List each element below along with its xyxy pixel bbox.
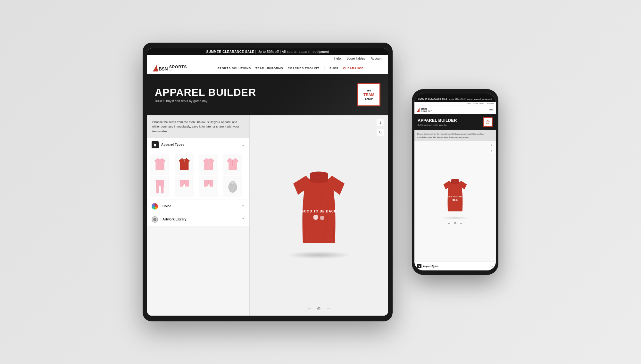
- hamburger-menu[interactable]: ☰: [489, 107, 493, 112]
- main-nav: BSN SPORTS ™ SPORTS SOLUTIONS TEAM UNIFO…: [147, 62, 388, 74]
- banner-sale-text: SUMMER CLEARANCE SALE: [206, 50, 254, 54]
- apparel-item-dress-shirt[interactable]: [199, 154, 218, 175]
- tablet-frame: SUMMER CLEARANCE SALE | Up to 50% off | …: [143, 43, 393, 321]
- phone-account[interactable]: Account: [487, 103, 494, 104]
- nav-coaches-toolkit[interactable]: COACHES TOOLKIT: [287, 67, 319, 70]
- phone-banner-text: SUMMER CLEARANCE SALE: [418, 98, 447, 100]
- apparel-types-accordion: Apparel Types ⌄: [147, 138, 249, 200]
- nav-help[interactable]: Help: [334, 57, 341, 60]
- phone-next-arrow[interactable]: →: [460, 221, 463, 225]
- phone-help[interactable]: Help: [467, 103, 470, 104]
- phone-viewer-controls-bottom: ← ⊕ →: [447, 221, 463, 225]
- phone-shirt-shadow: [441, 216, 470, 219]
- apparel-item-bag[interactable]: [223, 176, 242, 197]
- phone-rotate-btn[interactable]: ↻: [489, 149, 494, 153]
- phone-prev-arrow[interactable]: ←: [447, 221, 451, 225]
- phone-logo-text-block: BSN SPORTS™: [421, 107, 433, 112]
- svg-point-11: [313, 215, 318, 220]
- phone-viewer: ⇓ ↻ GOOD TO BE BACK: [414, 141, 496, 261]
- svg-rect-3: [156, 188, 159, 194]
- apparel-types-label: Apparel Types: [161, 143, 239, 146]
- phone-hero: APPAREL BUILDER Build it, buy it and rep…: [414, 114, 496, 130]
- hero-subtitle: Build it, buy it and rep it by game day.: [155, 99, 256, 103]
- phone-logo-sports: SPORTS™: [421, 110, 433, 112]
- svg-point-20: [453, 199, 455, 201]
- nav-team-uniforms[interactable]: TEAM UNIFORMS: [255, 67, 283, 70]
- phone-logo-triangle: [417, 108, 420, 112]
- phone-frame: SUMMER CLEARANCE SALE | Up to 50% off | …: [412, 89, 498, 275]
- apparel-types-chevron: ⌄: [242, 143, 245, 147]
- viewer-controls-bottom: ← ⊕ →: [307, 306, 330, 311]
- phone-banner-sub: | Up to 50% off | All sports, apparel, e…: [448, 98, 492, 100]
- my-team-shop-box[interactable]: MY TEAM SHOP: [357, 83, 380, 106]
- artwork-icon: [152, 216, 158, 223]
- nav-sports-solutions[interactable]: SPORTS SOLUTIONS: [217, 67, 251, 70]
- apparel-item-pants[interactable]: [150, 176, 170, 197]
- phone-main-nav: BSN SPORTS™ ☰: [414, 105, 496, 114]
- phone-hero-subtitle: Build it, buy it and rep it by game day.: [418, 124, 457, 126]
- right-panel: ⇓ ↻: [250, 115, 388, 316]
- hero-title: APPAREL BUILDER: [155, 87, 256, 97]
- phone-my-team-shop[interactable]: MY TEAM SHOP: [483, 117, 493, 127]
- logo-trademark: ™: [169, 69, 187, 71]
- phone-mts-shop: SHOP: [486, 123, 489, 124]
- color-accordion: Color ⌃: [147, 200, 249, 213]
- scene: SUMMER CLEARANCE SALE | Up to 50% off | …: [0, 0, 641, 364]
- artwork-chevron-up: ⌃: [242, 217, 245, 222]
- artwork-header[interactable]: Artwork Library ⌃: [147, 213, 249, 226]
- nav-score-tables[interactable]: Score Tables: [346, 57, 365, 60]
- logo-sports: SPORTS: [169, 65, 187, 69]
- phone-nav-utility: Help Score Tables Account: [414, 102, 496, 105]
- nav-shop[interactable]: SHOP: [329, 67, 339, 70]
- prev-arrow[interactable]: ←: [307, 306, 312, 311]
- phone-device: SUMMER CLEARANCE SALE | Up to 50% off | …: [412, 89, 498, 275]
- phone-hero-text: APPAREL BUILDER Build it, buy it and rep…: [418, 118, 457, 126]
- tablet-device: SUMMER CLEARANCE SALE | Up to 50% off | …: [143, 43, 393, 321]
- phone-apparel-label: Apparel Types: [423, 265, 489, 267]
- svg-point-12: [320, 216, 324, 220]
- artwork-label: Artwork Library: [162, 218, 239, 221]
- rotate-btn[interactable]: ↻: [377, 129, 384, 136]
- shirt-3d: GOOD TO BE BACK: [284, 166, 354, 256]
- phone-apparel-chevron: ⌄: [491, 265, 493, 268]
- next-arrow[interactable]: →: [326, 306, 330, 311]
- phone-instructions: Choose the items from the menu below. Bu…: [414, 130, 496, 141]
- svg-text:GOOD TO BE BACK: GOOD TO BE BACK: [301, 210, 337, 213]
- bsn-logo[interactable]: BSN SPORTS ™: [153, 65, 187, 71]
- nav-clearance[interactable]: CLEARANCE: [343, 67, 364, 70]
- phone-screen: SUMMER CLEARANCE SALE | Up to 50% off | …: [414, 94, 496, 270]
- color-wheel-icon: [152, 203, 158, 210]
- phone-score-tables[interactable]: Score Tables: [473, 103, 485, 104]
- apparel-item-shorts[interactable]: [175, 176, 194, 197]
- shirt-3d-container: GOOD TO BE BACK: [284, 115, 354, 306]
- phone-accordion-header[interactable]: Apparel Types ⌄: [414, 261, 496, 270]
- phone-logo[interactable]: BSN SPORTS™: [417, 107, 433, 112]
- apparel-item-tshirt[interactable]: [150, 154, 170, 175]
- phone-shirt-3d: GOOD TO BE BACK: [439, 176, 471, 218]
- nav-utility: Help Score Tables Account: [147, 55, 388, 62]
- phone-viewer-controls-top: ⇓ ↻: [489, 143, 494, 153]
- apparel-icon: [152, 141, 159, 148]
- left-panel: Choose the items from the menu below. Bu…: [147, 115, 250, 316]
- apparel-item-polo[interactable]: [175, 154, 194, 175]
- zoom-icon[interactable]: ⊕: [317, 306, 321, 311]
- shirt-shadow: [287, 251, 351, 259]
- tablet-screen: SUMMER CLEARANCE SALE | Up to 50% off | …: [147, 48, 388, 316]
- apparel-item-shorts2[interactable]: [199, 176, 218, 197]
- phone-hero-title: APPAREL BUILDER: [418, 118, 457, 123]
- color-header[interactable]: Color ⌃: [147, 200, 249, 213]
- top-banner: SUMMER CLEARANCE SALE | Up to 50% off | …: [147, 48, 388, 55]
- nav-account[interactable]: Account: [371, 57, 382, 60]
- phone-zoom-icon[interactable]: ⊕: [454, 221, 456, 225]
- hero-section: APPAREL BUILDER Build it, buy it and rep…: [147, 74, 388, 115]
- content-area: Choose the items from the menu below. Bu…: [147, 115, 388, 316]
- apparel-types-header[interactable]: Apparel Types ⌄: [147, 138, 249, 152]
- viewer-controls-top: ⇓ ↻: [377, 119, 384, 136]
- color-label: Color: [162, 204, 239, 208]
- apparel-item-jacket[interactable]: [223, 154, 242, 175]
- phone-apparel-accordion: Apparel Types ⌄: [414, 261, 496, 270]
- phone-download-btn[interactable]: ⇓: [489, 143, 494, 148]
- phone-logo-bsn: BSN: [421, 107, 433, 110]
- download-btn[interactable]: ⇓: [377, 119, 384, 126]
- phone-notch: [445, 94, 465, 97]
